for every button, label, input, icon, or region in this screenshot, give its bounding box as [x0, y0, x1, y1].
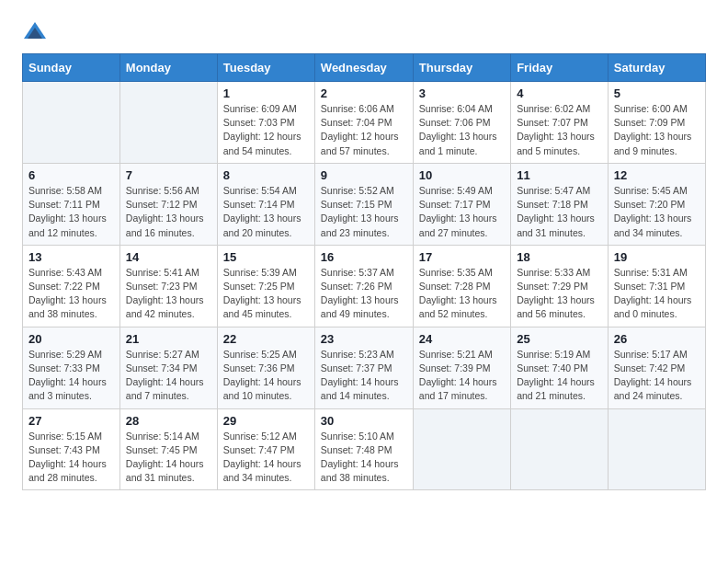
day-info: Sunrise: 5:45 AM Sunset: 7:20 PM Dayligh… — [614, 184, 700, 240]
logo — [22, 18, 51, 44]
day-number: 8 — [223, 168, 309, 182]
day-info: Sunrise: 5:29 AM Sunset: 7:33 PM Dayligh… — [28, 348, 114, 404]
logo-icon — [22, 18, 48, 44]
calendar-week-row: 13Sunrise: 5:43 AM Sunset: 7:22 PM Dayli… — [23, 245, 706, 327]
day-info: Sunrise: 5:19 AM Sunset: 7:40 PM Dayligh… — [517, 348, 602, 404]
day-number: 27 — [28, 414, 114, 428]
calendar-cell: 25Sunrise: 5:19 AM Sunset: 7:40 PM Dayli… — [511, 327, 609, 408]
day-number: 19 — [614, 250, 700, 264]
day-number: 17 — [419, 250, 505, 264]
day-info: Sunrise: 6:04 AM Sunset: 7:06 PM Dayligh… — [419, 102, 505, 158]
day-info: Sunrise: 5:10 AM Sunset: 7:48 PM Dayligh… — [321, 430, 407, 486]
calendar-cell: 15Sunrise: 5:39 AM Sunset: 7:25 PM Dayli… — [217, 245, 314, 327]
day-info: Sunrise: 5:33 AM Sunset: 7:29 PM Dayligh… — [517, 266, 602, 322]
calendar-cell: 12Sunrise: 5:45 AM Sunset: 7:20 PM Dayli… — [608, 163, 705, 245]
day-info: Sunrise: 5:31 AM Sunset: 7:31 PM Dayligh… — [614, 266, 700, 322]
day-info: Sunrise: 5:52 AM Sunset: 7:15 PM Dayligh… — [321, 184, 407, 240]
calendar-cell: 20Sunrise: 5:29 AM Sunset: 7:33 PM Dayli… — [23, 327, 120, 408]
day-number: 21 — [126, 332, 211, 346]
day-number: 30 — [321, 414, 407, 428]
calendar-cell: 18Sunrise: 5:33 AM Sunset: 7:29 PM Dayli… — [511, 245, 609, 327]
weekday-header: Thursday — [413, 54, 510, 82]
day-number: 7 — [126, 168, 211, 182]
calendar-cell — [119, 82, 217, 164]
day-number: 23 — [321, 332, 407, 346]
day-number: 26 — [614, 332, 700, 346]
day-info: Sunrise: 5:21 AM Sunset: 7:39 PM Dayligh… — [419, 348, 505, 404]
calendar-week-row: 1Sunrise: 6:09 AM Sunset: 7:03 PM Daylig… — [23, 82, 706, 164]
day-number: 20 — [28, 332, 114, 346]
day-number: 28 — [126, 414, 211, 428]
calendar-week-row: 27Sunrise: 5:15 AM Sunset: 7:43 PM Dayli… — [23, 408, 706, 490]
calendar-cell: 1Sunrise: 6:09 AM Sunset: 7:03 PM Daylig… — [217, 82, 314, 164]
day-number: 24 — [419, 332, 505, 346]
calendar-week-row: 6Sunrise: 5:58 AM Sunset: 7:11 PM Daylig… — [23, 163, 706, 245]
calendar-cell: 26Sunrise: 5:17 AM Sunset: 7:42 PM Dayli… — [608, 327, 705, 408]
weekday-header: Friday — [511, 54, 609, 82]
day-info: Sunrise: 6:00 AM Sunset: 7:09 PM Dayligh… — [614, 102, 700, 158]
calendar-cell: 14Sunrise: 5:41 AM Sunset: 7:23 PM Dayli… — [119, 245, 217, 327]
calendar-week-row: 20Sunrise: 5:29 AM Sunset: 7:33 PM Dayli… — [23, 327, 706, 408]
calendar-cell: 16Sunrise: 5:37 AM Sunset: 7:26 PM Dayli… — [314, 245, 413, 327]
calendar-body: 1Sunrise: 6:09 AM Sunset: 7:03 PM Daylig… — [23, 82, 706, 490]
calendar-cell: 17Sunrise: 5:35 AM Sunset: 7:28 PM Dayli… — [413, 245, 510, 327]
day-number: 9 — [321, 168, 407, 182]
calendar-cell: 4Sunrise: 6:02 AM Sunset: 7:07 PM Daylig… — [511, 82, 609, 164]
calendar-cell — [511, 408, 609, 490]
weekday-header: Tuesday — [217, 54, 314, 82]
calendar-cell: 19Sunrise: 5:31 AM Sunset: 7:31 PM Dayli… — [608, 245, 705, 327]
calendar: SundayMondayTuesdayWednesdayThursdayFrid… — [22, 53, 706, 490]
weekday-header: Monday — [119, 54, 217, 82]
day-number: 22 — [223, 332, 309, 346]
day-info: Sunrise: 5:56 AM Sunset: 7:12 PM Dayligh… — [126, 184, 211, 240]
day-info: Sunrise: 5:15 AM Sunset: 7:43 PM Dayligh… — [28, 430, 114, 486]
day-number: 4 — [517, 86, 602, 100]
calendar-cell: 23Sunrise: 5:23 AM Sunset: 7:37 PM Dayli… — [314, 327, 413, 408]
day-info: Sunrise: 6:09 AM Sunset: 7:03 PM Dayligh… — [223, 102, 309, 158]
weekday-header: Wednesday — [314, 54, 413, 82]
day-number: 5 — [614, 86, 700, 100]
calendar-cell: 27Sunrise: 5:15 AM Sunset: 7:43 PM Dayli… — [23, 408, 120, 490]
day-number: 14 — [126, 250, 211, 264]
day-number: 1 — [223, 86, 309, 100]
day-info: Sunrise: 6:02 AM Sunset: 7:07 PM Dayligh… — [517, 102, 602, 158]
calendar-cell: 11Sunrise: 5:47 AM Sunset: 7:18 PM Dayli… — [511, 163, 609, 245]
day-info: Sunrise: 5:58 AM Sunset: 7:11 PM Dayligh… — [28, 184, 114, 240]
calendar-cell: 10Sunrise: 5:49 AM Sunset: 7:17 PM Dayli… — [413, 163, 510, 245]
day-number: 18 — [517, 250, 602, 264]
day-number: 12 — [614, 168, 700, 182]
calendar-cell: 24Sunrise: 5:21 AM Sunset: 7:39 PM Dayli… — [413, 327, 510, 408]
calendar-cell: 3Sunrise: 6:04 AM Sunset: 7:06 PM Daylig… — [413, 82, 510, 164]
day-info: Sunrise: 5:25 AM Sunset: 7:36 PM Dayligh… — [223, 348, 309, 404]
day-number: 13 — [28, 250, 114, 264]
day-info: Sunrise: 6:06 AM Sunset: 7:04 PM Dayligh… — [321, 102, 407, 158]
calendar-cell: 9Sunrise: 5:52 AM Sunset: 7:15 PM Daylig… — [314, 163, 413, 245]
weekday-header: Sunday — [23, 54, 120, 82]
day-info: Sunrise: 5:41 AM Sunset: 7:23 PM Dayligh… — [126, 266, 211, 322]
day-info: Sunrise: 5:43 AM Sunset: 7:22 PM Dayligh… — [28, 266, 114, 322]
calendar-cell — [23, 82, 120, 164]
page: SundayMondayTuesdayWednesdayThursdayFrid… — [0, 0, 728, 509]
day-info: Sunrise: 5:17 AM Sunset: 7:42 PM Dayligh… — [614, 348, 700, 404]
day-info: Sunrise: 5:23 AM Sunset: 7:37 PM Dayligh… — [321, 348, 407, 404]
day-info: Sunrise: 5:49 AM Sunset: 7:17 PM Dayligh… — [419, 184, 505, 240]
calendar-cell: 22Sunrise: 5:25 AM Sunset: 7:36 PM Dayli… — [217, 327, 314, 408]
weekday-row: SundayMondayTuesdayWednesdayThursdayFrid… — [23, 54, 706, 82]
calendar-cell: 21Sunrise: 5:27 AM Sunset: 7:34 PM Dayli… — [119, 327, 217, 408]
day-number: 6 — [28, 168, 114, 182]
day-number: 25 — [517, 332, 602, 346]
weekday-header: Saturday — [608, 54, 705, 82]
day-number: 2 — [321, 86, 407, 100]
day-info: Sunrise: 5:14 AM Sunset: 7:45 PM Dayligh… — [126, 430, 211, 486]
calendar-cell: 5Sunrise: 6:00 AM Sunset: 7:09 PM Daylig… — [608, 82, 705, 164]
calendar-cell: 29Sunrise: 5:12 AM Sunset: 7:47 PM Dayli… — [217, 408, 314, 490]
calendar-cell — [608, 408, 705, 490]
day-number: 29 — [223, 414, 309, 428]
day-number: 10 — [419, 168, 505, 182]
day-info: Sunrise: 5:37 AM Sunset: 7:26 PM Dayligh… — [321, 266, 407, 322]
day-number: 15 — [223, 250, 309, 264]
day-info: Sunrise: 5:12 AM Sunset: 7:47 PM Dayligh… — [223, 430, 309, 486]
day-number: 16 — [321, 250, 407, 264]
day-info: Sunrise: 5:54 AM Sunset: 7:14 PM Dayligh… — [223, 184, 309, 240]
day-info: Sunrise: 5:27 AM Sunset: 7:34 PM Dayligh… — [126, 348, 211, 404]
